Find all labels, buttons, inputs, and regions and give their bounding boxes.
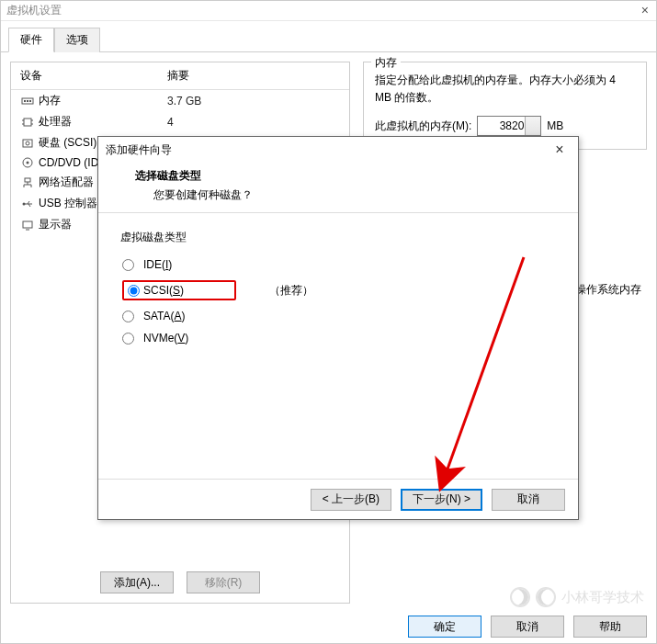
radio-nvme-label: NVMe(V): [143, 332, 188, 345]
watermark-text: 小林哥学技术: [561, 589, 644, 606]
svg-rect-22: [23, 221, 32, 228]
radio-ide-input[interactable]: [122, 259, 134, 271]
add-hardware-wizard: 添加硬件向导 × 选择磁盘类型 您要创建何种磁盘？ 虚拟磁盘类型 IDE(I) …: [97, 136, 579, 520]
watermark-icon: [536, 587, 556, 607]
usb-icon: [20, 198, 35, 210]
col-device: 设备: [20, 68, 167, 84]
dialog-buttons: 确定 取消 帮助: [408, 616, 647, 638]
col-summary: 摘要: [167, 68, 340, 84]
radio-sata[interactable]: SATA(A): [120, 306, 556, 326]
os-memory-hint: 操作系统内存: [575, 282, 641, 298]
device-row-cpu[interactable]: 处理器 4: [11, 111, 349, 132]
watermark: 小林哥学技术: [510, 587, 644, 607]
spinner-arrows-icon[interactable]: ▲▼: [530, 118, 538, 134]
close-icon[interactable]: ×: [641, 3, 649, 17]
tab-hardware[interactable]: 硬件: [8, 28, 54, 52]
radio-nvme-input[interactable]: [122, 333, 134, 345]
add-device-button[interactable]: 添加(A)...: [100, 571, 174, 593]
radio-sata-label: SATA(A): [143, 310, 186, 322]
remove-device-button: 移除(R): [187, 571, 260, 593]
radio-scsi-input[interactable]: [128, 285, 140, 297]
wizard-titlebar: 添加硬件向导 ×: [98, 137, 578, 163]
svg-rect-3: [29, 100, 31, 102]
memory-label: 此虚拟机的内存(M):: [375, 119, 471, 134]
wizard-subheading: 您要创建何种磁盘？: [135, 187, 560, 203]
device-list-buttons: 添加(A)... 移除(R): [11, 571, 349, 593]
wizard-footer: < 上一步(B) 下一步(N) > 取消: [98, 479, 578, 519]
svg-rect-4: [24, 119, 31, 126]
memory-value: 3820: [500, 119, 525, 132]
wizard-cancel-button[interactable]: 取消: [492, 489, 565, 511]
cancel-button[interactable]: 取消: [491, 616, 564, 638]
wizard-title: 添加硬件向导: [106, 142, 172, 158]
device-label: 内存: [39, 93, 167, 108]
main-titlebar: 虚拟机设置 ×: [1, 1, 656, 21]
wizard-body: 虚拟磁盘类型 IDE(I) SCSI(S) （推荐） SATA(A) NVMe(…: [98, 213, 578, 367]
back-button[interactable]: < 上一步(B): [311, 489, 391, 511]
wizard-heading: 选择磁盘类型: [135, 168, 560, 184]
memory-unit: MB: [547, 119, 563, 132]
device-row-memory[interactable]: 内存 3.7 GB: [11, 90, 349, 111]
device-table-header: 设备 摘要: [11, 62, 349, 90]
help-button[interactable]: 帮助: [573, 616, 647, 638]
cpu-icon: [20, 116, 35, 129]
next-button[interactable]: 下一步(N) >: [401, 489, 482, 511]
main-title: 虚拟机设置: [6, 3, 62, 18]
svg-rect-1: [24, 100, 26, 102]
disk-icon: [20, 137, 35, 150]
display-icon: [20, 219, 35, 232]
device-label: 处理器: [39, 114, 167, 130]
device-summary: 4: [167, 116, 340, 129]
wizard-close-icon[interactable]: ×: [549, 141, 571, 158]
memory-spinner[interactable]: 3820 ▲▼: [477, 116, 541, 136]
watermark-icon: [510, 587, 530, 607]
scsi-highlight: SCSI(S): [122, 280, 236, 300]
radio-sata-input[interactable]: [122, 311, 134, 322]
memory-group-title: 内存: [371, 55, 401, 71]
cd-icon: [20, 156, 35, 169]
radio-ide[interactable]: IDE(I): [120, 254, 556, 275]
svg-rect-2: [27, 100, 28, 102]
memory-description: 指定分配给此虚拟机的内存量。内存大小必须为 4 MB 的倍数。: [375, 72, 635, 107]
svg-point-12: [27, 162, 29, 164]
ok-button[interactable]: 确定: [408, 616, 481, 638]
svg-rect-9: [23, 140, 32, 147]
wizard-header: 选择磁盘类型 您要创建何种磁盘？: [98, 163, 578, 213]
radio-ide-label: IDE(I): [143, 258, 172, 271]
scsi-recommended: （推荐）: [269, 283, 313, 299]
device-summary: 3.7 GB: [167, 95, 340, 107]
tabs: 硬件 选项: [1, 21, 656, 52]
radio-scsi-label: SCSI(S): [143, 284, 184, 297]
tab-options[interactable]: 选项: [54, 28, 100, 52]
radio-nvme[interactable]: NVMe(V): [120, 328, 556, 348]
disk-type-label: 虚拟磁盘类型: [120, 230, 556, 245]
svg-rect-13: [25, 178, 30, 182]
memory-input-row: 此虚拟机的内存(M): 3820 ▲▼ MB: [375, 116, 635, 136]
radio-scsi-row: SCSI(S) （推荐）: [120, 277, 556, 304]
svg-point-10: [26, 141, 29, 145]
network-icon: [20, 176, 35, 189]
memory-icon: [20, 95, 35, 107]
